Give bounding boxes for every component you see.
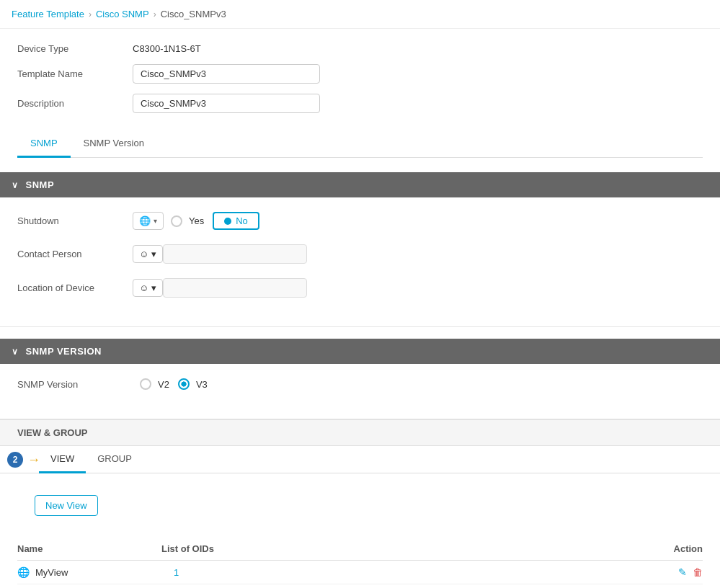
device-type-row: Device Type C8300-1N1S-6T xyxy=(17,43,703,54)
breadcrumb: Feature Template › Cisco SNMP › Cisco_SN… xyxy=(0,0,720,29)
snmp-version-label: SNMP Version xyxy=(17,379,133,390)
v2-radio[interactable] xyxy=(140,378,151,390)
contact-scope-dropdown[interactable]: ☺ ▾ xyxy=(133,245,163,263)
row-name-cell: MyView xyxy=(35,567,174,578)
row-oids-cell[interactable]: 1 xyxy=(174,567,631,578)
view-group-tab-container: 2 → VIEW GROUP xyxy=(0,446,720,473)
shutdown-no-dot xyxy=(224,218,231,225)
location-device-label: Location of Device xyxy=(17,282,133,293)
tab-group[interactable]: GROUP xyxy=(86,446,143,473)
contact-scope-arrow: ▾ xyxy=(151,249,156,259)
location-scope-dropdown[interactable]: ☺ ▾ xyxy=(133,279,163,297)
main-tabs: SNMP SNMP Version xyxy=(17,130,703,158)
tab-snmp[interactable]: SNMP xyxy=(17,130,71,158)
snmp-version-header[interactable]: ∨ SNMP VERSION xyxy=(0,339,720,364)
snmp-section-body: Shutdown 🌐 ▾ Yes No Contact Person ☺ xyxy=(0,197,720,327)
shutdown-yes-label: Yes xyxy=(189,215,204,226)
table-header-row: Name List of OIDs Action xyxy=(17,538,703,561)
template-name-input[interactable] xyxy=(133,64,320,84)
snmp-version-chevron-icon: ∨ xyxy=(12,347,19,357)
globe-icon: 🌐 xyxy=(139,215,151,226)
contact-scope-icon: ☺ xyxy=(139,249,148,259)
main-content: Device Type C8300-1N1S-6T Template Name … xyxy=(0,29,720,172)
snmp-version-field-row: SNMP Version V2 V3 xyxy=(17,378,703,390)
col-header-oids: List of OIDs xyxy=(161,543,631,554)
breadcrumb-sep-2: › xyxy=(154,9,156,19)
shutdown-field-row: Shutdown 🌐 ▾ Yes No xyxy=(17,212,703,230)
breadcrumb-current: Cisco_SNMPv3 xyxy=(161,9,226,19)
snmp-section-title: SNMP xyxy=(26,179,55,190)
template-name-label: Template Name xyxy=(17,68,133,79)
arrow-indicator-icon: → xyxy=(27,452,40,467)
edit-icon[interactable]: ✎ xyxy=(678,566,687,578)
location-scope-icon: ☺ xyxy=(139,282,148,293)
shutdown-no-selected[interactable]: No xyxy=(213,212,259,230)
snmp-section: ∨ SNMP Shutdown 🌐 ▾ Yes No C xyxy=(0,172,720,327)
v2-label: V2 xyxy=(158,379,169,390)
template-name-row: Template Name xyxy=(17,64,703,84)
breadcrumb-sep-1: › xyxy=(89,9,92,19)
breadcrumb-feature-template[interactable]: Feature Template xyxy=(12,9,84,19)
tab-view[interactable]: VIEW xyxy=(39,446,86,473)
view-group-label: VIEW & GROUP xyxy=(0,419,720,446)
contact-person-field-row: Contact Person ☺ ▾ xyxy=(17,244,703,264)
contact-person-label: Contact Person xyxy=(17,249,133,259)
col-header-action: Action xyxy=(631,543,703,554)
snmp-version-body: SNMP Version V2 V3 xyxy=(0,364,720,419)
shutdown-yes-radio[interactable] xyxy=(171,215,182,227)
snmp-version-radio-group: V2 V3 xyxy=(140,378,208,390)
shutdown-radio-group: Yes No xyxy=(171,212,259,230)
snmp-chevron-icon: ∨ xyxy=(12,180,19,190)
view-group-badge: 2 xyxy=(7,452,23,468)
breadcrumb-cisco-snmp[interactable]: Cisco SNMP xyxy=(96,9,149,19)
table-row: 🌐 MyView 1 ✎ 🗑 xyxy=(17,561,703,584)
v3-radio[interactable] xyxy=(178,378,190,390)
row-globe-icon: 🌐 xyxy=(17,566,30,578)
description-row: Description xyxy=(17,94,703,113)
shutdown-scope-dropdown[interactable]: 🌐 ▾ xyxy=(133,212,164,230)
delete-icon[interactable]: 🗑 xyxy=(693,566,703,578)
new-view-button[interactable]: New View xyxy=(35,495,98,516)
shutdown-yes-option[interactable]: Yes xyxy=(171,215,204,227)
new-view-btn-container: New View xyxy=(0,473,720,538)
snmp-version-section: ∨ SNMP VERSION SNMP Version V2 V3 VIEW &… xyxy=(0,339,720,584)
v3-option[interactable]: V3 xyxy=(178,378,208,390)
v3-label: V3 xyxy=(196,379,208,390)
shutdown-no-label: No xyxy=(236,215,248,226)
shutdown-label: Shutdown xyxy=(17,215,133,226)
snmp-version-title: SNMP VERSION xyxy=(26,346,102,357)
row-action-cell: ✎ 🗑 xyxy=(631,566,703,578)
location-scope-arrow: ▾ xyxy=(151,282,156,293)
location-device-input[interactable] xyxy=(163,278,307,298)
snmp-section-header[interactable]: ∨ SNMP xyxy=(0,172,720,197)
tab-snmp-version[interactable]: SNMP Version xyxy=(71,130,157,158)
description-input[interactable] xyxy=(133,94,320,113)
device-type-label: Device Type xyxy=(17,43,133,54)
description-label: Description xyxy=(17,98,133,109)
view-table: Name List of OIDs Action 🌐 MyView 1 ✎ 🗑 xyxy=(0,538,720,584)
device-type-value: C8300-1N1S-6T xyxy=(133,43,201,54)
v2-option[interactable]: V2 xyxy=(140,378,169,390)
contact-person-input[interactable] xyxy=(163,244,307,264)
dropdown-arrow-icon: ▾ xyxy=(154,217,157,225)
col-header-name: Name xyxy=(17,543,161,554)
location-device-field-row: Location of Device ☺ ▾ xyxy=(17,278,703,298)
